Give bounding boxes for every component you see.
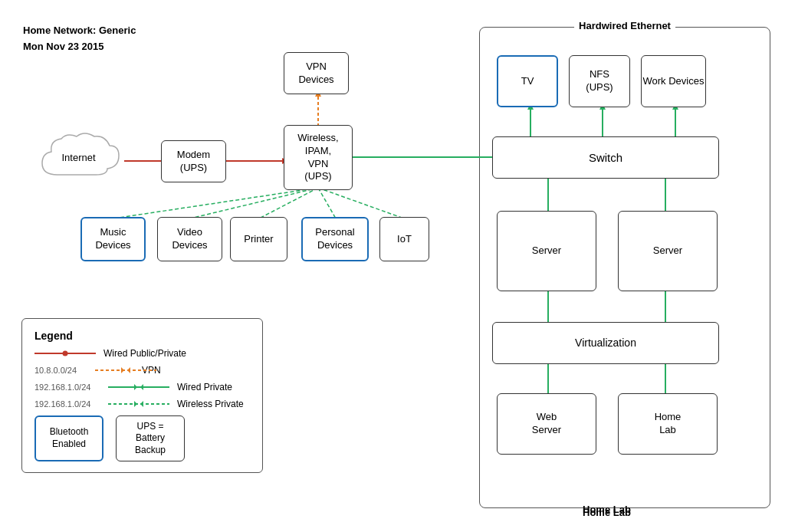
legend-title: Legend xyxy=(34,330,250,342)
webserver-label: WebServer xyxy=(532,411,561,437)
hardwired-label: Hardwired Ethernet xyxy=(574,20,675,31)
svg-line-36 xyxy=(113,188,318,218)
printer-label: Printer xyxy=(244,233,273,246)
personal-devices-node: Personal Devices xyxy=(301,217,369,261)
printer-node: Printer xyxy=(230,217,287,261)
iot-node: IoT xyxy=(379,217,429,261)
legend-wired-private-label: Wired Private xyxy=(177,382,232,392)
webserver-node: WebServer xyxy=(497,393,596,455)
virtualization-label: Virtualization xyxy=(575,336,636,350)
legend-wired-private: 192.168.1.0/24 Wired Private xyxy=(34,382,250,392)
ups-badge: UPS =BatteryBackup xyxy=(116,415,185,461)
svg-marker-50 xyxy=(127,367,130,373)
server1-label: Server xyxy=(532,245,561,258)
vpn-devices-label: VPNDevices xyxy=(298,61,333,87)
svg-line-38 xyxy=(190,188,318,218)
homelab-node: HomeLab xyxy=(618,393,718,455)
wireless-node: Wireless,IPAM,VPN(UPS) xyxy=(284,125,353,190)
title-block: Home Network: Generic Mon Nov 23 2015 xyxy=(23,23,136,55)
work-devices-node: Work Devices xyxy=(641,55,706,107)
legend-wireless-private: 192.168.1.0/24 Wireless Private xyxy=(34,399,250,409)
svg-point-47 xyxy=(63,351,68,356)
bluetooth-label: BluetoothEnabled xyxy=(50,426,89,450)
legend-wired-public: Wired Public/Private xyxy=(34,348,250,359)
homelab-node-label: HomeLab xyxy=(655,411,682,437)
switch-node: Switch xyxy=(492,136,719,179)
personal-devices-label: Personal Devices xyxy=(303,226,367,252)
iot-label: IoT xyxy=(397,233,412,246)
virtualization-node: Virtualization xyxy=(492,322,719,364)
svg-marker-53 xyxy=(140,384,143,390)
nfs-node: NFS(UPS) xyxy=(569,55,630,107)
tv-label: TV xyxy=(521,75,534,88)
svg-marker-55 xyxy=(134,401,137,407)
video-devices-node: VideoDevices xyxy=(157,217,222,261)
nfs-label: NFS(UPS) xyxy=(586,68,613,94)
tv-node: TV xyxy=(497,55,558,107)
internet-label: Internet xyxy=(61,152,95,163)
svg-line-44 xyxy=(318,188,404,218)
video-devices-label: VideoDevices xyxy=(172,226,207,252)
svg-marker-49 xyxy=(121,367,124,373)
homelab-bottom-label: Home Lab xyxy=(583,504,631,515)
bluetooth-badge: BluetoothEnabled xyxy=(34,415,103,461)
title-line2: Mon Nov 23 2015 xyxy=(23,39,136,55)
svg-line-42 xyxy=(318,188,336,218)
legend-vpn: 10.8.0.0/24 VPN xyxy=(34,365,250,376)
title-line1: Home Network: Generic xyxy=(23,23,136,39)
legend-wired-public-label: Wired Public/Private xyxy=(103,348,186,359)
legend-box: Legend Wired Public/Private 10.8.0.0/24 … xyxy=(21,318,263,473)
svg-marker-56 xyxy=(140,401,143,407)
modem-label: Modem(UPS) xyxy=(177,149,210,175)
switch-label: Switch xyxy=(589,150,622,166)
work-devices-label: Work Devices xyxy=(643,75,705,88)
svg-marker-52 xyxy=(134,384,137,390)
vpn-devices-node: VPNDevices xyxy=(284,52,349,94)
svg-line-40 xyxy=(259,188,318,218)
modem-node: Modem(UPS) xyxy=(161,140,226,182)
legend-wireless-private-label: Wireless Private xyxy=(177,399,244,409)
music-devices-node: Music Devices xyxy=(80,217,146,261)
server2-node: Server xyxy=(618,211,718,291)
server2-label: Server xyxy=(653,245,682,258)
ups-label: UPS =BatteryBackup xyxy=(135,421,166,457)
diagram-container: Home Network: Generic Mon Nov 23 2015 Ha… xyxy=(0,0,785,532)
internet-node: Internet xyxy=(34,129,123,186)
music-devices-label: Music Devices xyxy=(82,226,144,252)
wireless-label: Wireless,IPAM,VPN(UPS) xyxy=(297,132,338,184)
server1-node: Server xyxy=(497,211,596,291)
